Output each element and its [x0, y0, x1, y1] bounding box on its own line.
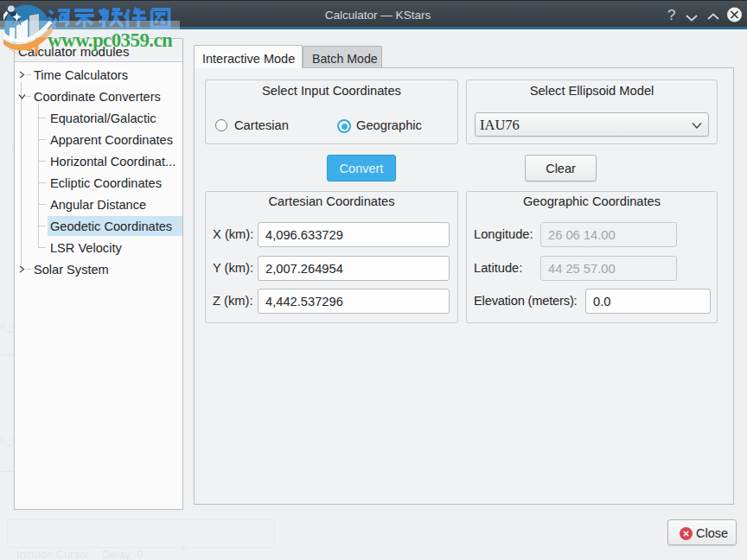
svg-text:?: ? [667, 7, 675, 23]
